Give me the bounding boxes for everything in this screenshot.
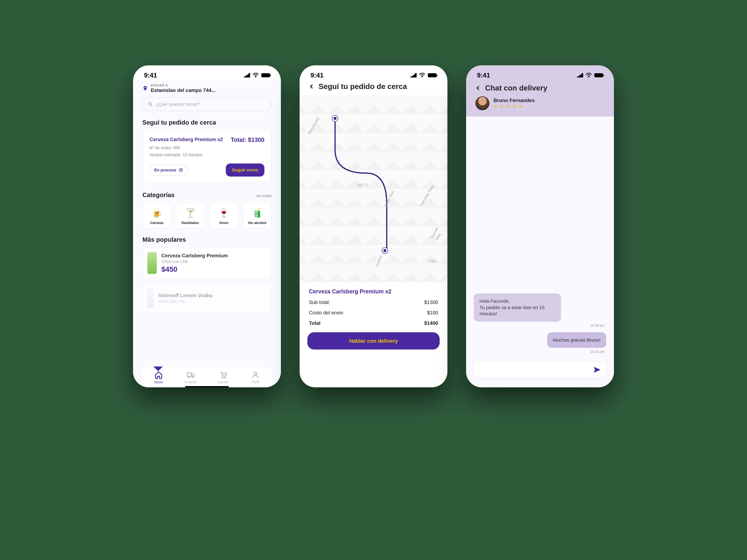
order-number: N° de orden: 856 bbox=[150, 145, 264, 150]
product-card-carlsberg[interactable]: Cerveza Carlsberg Premium 375ml Can | 5%… bbox=[143, 247, 272, 279]
category-destilados[interactable]: 🍸 Destilados bbox=[176, 203, 205, 229]
battery-icon bbox=[261, 73, 270, 77]
order-summary: Cerveza Carlsberg Premium x2 Sub total: … bbox=[300, 282, 447, 326]
wifi-icon bbox=[419, 72, 425, 79]
chat-screen: 9:41 Chat con delivery Bruno Fernandes ★… bbox=[466, 65, 614, 387]
category-vinos[interactable]: 🍷 Vinos bbox=[209, 203, 238, 229]
svg-point-5 bbox=[188, 376, 189, 378]
back-button[interactable] bbox=[309, 84, 314, 89]
message-composer[interactable] bbox=[474, 362, 606, 378]
search-icon bbox=[148, 102, 153, 107]
wifi-icon bbox=[253, 72, 259, 79]
chat-header: Chat con delivery Bruno Fernandes ★ ★ ★ … bbox=[466, 81, 614, 116]
bottom-tabbar: Inicio Pedidos Carrito Perfil bbox=[143, 367, 272, 387]
talk-to-delivery-button[interactable]: Hablar con delivery bbox=[307, 332, 440, 349]
order-status-pill: En proceso bbox=[150, 165, 187, 176]
svg-line-2 bbox=[151, 105, 152, 106]
product-card-smirnoff[interactable]: Smirnoff Lemon Vodka 375ml Can | 5% bbox=[143, 283, 272, 313]
message-outgoing: Muchas gracias Bruno! bbox=[547, 332, 606, 348]
chat-messages[interactable]: Hola Facundo, Tu pedido va a estar listo… bbox=[466, 116, 614, 358]
see-all-link[interactable]: ver todas bbox=[256, 194, 272, 198]
category-cerveza[interactable]: 🍺 Cerveza bbox=[143, 203, 171, 229]
cocktail-icon: 🍸 bbox=[185, 208, 196, 218]
product-price: $450 bbox=[161, 265, 228, 273]
svg-point-8 bbox=[225, 377, 226, 378]
status-time: 9:41 bbox=[144, 72, 157, 79]
route-line bbox=[300, 95, 447, 282]
follow-order-button[interactable]: Seguir envio bbox=[226, 163, 264, 177]
driver-name: Bruno Fernandes bbox=[493, 98, 535, 103]
beer-icon: 🍺 bbox=[151, 208, 162, 218]
driver-avatar bbox=[475, 96, 489, 110]
total-value: $1400 bbox=[424, 320, 438, 326]
signal-icon bbox=[410, 73, 417, 77]
svg-point-7 bbox=[222, 377, 223, 378]
home-icon bbox=[155, 371, 163, 379]
product-image bbox=[147, 252, 157, 274]
page-title: Seguí tu pedido de cerca bbox=[318, 82, 407, 91]
pin-icon bbox=[143, 85, 148, 91]
driver-rating: ★ ★ ★ ★ ★ bbox=[493, 104, 535, 109]
svg-point-0 bbox=[255, 77, 256, 77]
battery-icon bbox=[594, 73, 603, 77]
tab-inicio[interactable]: Inicio bbox=[143, 371, 175, 384]
street-label: Clar bbox=[429, 259, 436, 264]
search-input[interactable]: ¿Qué quieres tomar? bbox=[143, 97, 272, 111]
signal-icon bbox=[244, 73, 250, 77]
order-title: Cerveza Carlsberg Premium x2 bbox=[150, 137, 223, 143]
tab-label: Inicio bbox=[155, 380, 162, 384]
home-screen: 9:41 ENVIAR A Estanislao del campo 744..… bbox=[133, 65, 281, 387]
tab-pedidos[interactable]: Pedidos bbox=[175, 371, 207, 384]
send-button[interactable] bbox=[593, 366, 601, 374]
delivery-address[interactable]: ENVIAR A Estanislao del campo 744... bbox=[143, 83, 272, 93]
total-label: Total bbox=[309, 320, 320, 326]
product-meta: 375ml Can | 5% bbox=[161, 260, 228, 264]
status-bar: 9:41 bbox=[133, 65, 281, 81]
category-label: Cerveza bbox=[150, 221, 163, 225]
message-time: 10:42 pm bbox=[590, 350, 604, 354]
address-text: Estanislao del campo 744... bbox=[151, 87, 215, 93]
truck-icon bbox=[187, 371, 195, 379]
category-label: Sin alcohol bbox=[248, 221, 266, 225]
status-time: 9:41 bbox=[477, 72, 490, 79]
tracking-map[interactable]: Minnesota Iris Ct Dean Ave Fairview Way … bbox=[300, 95, 447, 282]
battery-icon bbox=[428, 73, 437, 77]
product-meta: 375ml Can | 5% bbox=[158, 299, 212, 304]
profile-icon bbox=[251, 371, 259, 379]
svg-point-10 bbox=[422, 77, 423, 77]
category-label: Vinos bbox=[219, 221, 229, 225]
svg-rect-4 bbox=[187, 373, 191, 376]
subtotal-label: Sub total: bbox=[309, 299, 330, 305]
status-time: 9:41 bbox=[310, 72, 324, 79]
svg-point-1 bbox=[149, 103, 151, 105]
order-status-text: En proceso bbox=[154, 168, 176, 172]
order-card[interactable]: Cerveza Carlsberg Premium x2 Total: $130… bbox=[143, 130, 272, 182]
categories-heading: Categorías bbox=[143, 191, 175, 198]
follow-order-heading: Seguí tu pedido de cerca bbox=[143, 119, 272, 126]
category-sin-alcohol[interactable]: 🧃 Sin alcohol bbox=[243, 203, 272, 229]
juice-icon: 🧃 bbox=[252, 208, 263, 218]
shipping-value: $100 bbox=[427, 310, 438, 316]
svg-point-9 bbox=[254, 372, 257, 375]
search-placeholder: ¿Qué quieres tomar? bbox=[156, 102, 200, 107]
product-name: Cerveza Carlsberg Premium bbox=[161, 253, 228, 259]
wifi-icon bbox=[586, 72, 592, 79]
tab-carrito[interactable]: Carrito bbox=[207, 371, 239, 384]
shipping-label: Costo del envio bbox=[309, 310, 343, 316]
tab-indicator bbox=[153, 367, 163, 371]
message-incoming: Hola Facundo, Tu pedido va a estar listo… bbox=[474, 293, 561, 322]
signal-icon bbox=[577, 73, 583, 77]
order-total: Total: $1300 bbox=[231, 137, 264, 143]
destination-marker bbox=[382, 248, 388, 254]
tracking-screen: 9:41 Seguí tu pedido de cerca Minnesota … bbox=[300, 65, 447, 387]
product-image bbox=[147, 288, 154, 308]
subtotal-value: $1300 bbox=[424, 299, 438, 305]
svg-point-11 bbox=[588, 77, 589, 77]
category-label: Destilados bbox=[182, 221, 199, 225]
status-indicators bbox=[410, 72, 437, 79]
wine-icon: 🍷 bbox=[218, 208, 229, 218]
back-button[interactable] bbox=[475, 85, 481, 91]
tab-label: Carrito bbox=[218, 380, 228, 384]
tab-perfil[interactable]: Perfil bbox=[239, 371, 272, 384]
street-label: Iris Ct bbox=[357, 183, 368, 187]
